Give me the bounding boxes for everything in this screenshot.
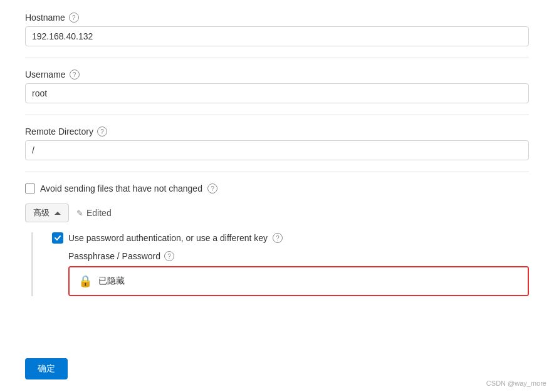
use-password-help-icon[interactable]: ?	[273, 233, 283, 243]
avoid-sending-checkbox[interactable]	[25, 183, 35, 193]
avoid-sending-row: Avoid sending files that have not change…	[25, 183, 529, 193]
avoid-sending-label: Avoid sending files that have not change…	[40, 183, 202, 193]
advanced-button[interactable]: 高级	[25, 204, 69, 222]
advanced-label: 高级	[33, 207, 50, 219]
avoid-sending-help-icon[interactable]: ?	[207, 183, 217, 193]
form-container: Hostname ? Username ? Remote Directory ?…	[0, 0, 554, 309]
edit-icon: ✎	[76, 209, 83, 218]
divider-2	[25, 115, 529, 115]
edited-text: Edited	[86, 208, 112, 218]
remote-dir-group: Remote Directory ?	[25, 126, 529, 160]
hostname-input[interactable]	[25, 26, 529, 46]
passphrase-help-icon[interactable]: ?	[164, 251, 174, 261]
confirm-button[interactable]: 确定	[25, 358, 68, 379]
hidden-text: 已隐藏	[98, 276, 125, 287]
password-field-wrapper: 🔒 已隐藏	[68, 266, 529, 296]
hostname-label: Hostname	[25, 13, 65, 23]
password-field-inner[interactable]: 🔒 已隐藏	[70, 267, 528, 295]
remote-dir-help-icon[interactable]: ?	[97, 126, 107, 137]
username-input[interactable]	[25, 83, 529, 103]
divider-3	[25, 172, 529, 172]
hostname-help-icon[interactable]: ?	[69, 13, 79, 23]
use-password-checkbox[interactable]	[52, 232, 63, 244]
sub-section: Use password authentication, or use a di…	[31, 232, 529, 296]
hostname-group: Hostname ?	[25, 13, 529, 46]
username-group: Username ?	[25, 70, 529, 103]
username-label-row: Username ?	[25, 70, 529, 80]
divider-1	[25, 58, 529, 58]
use-password-label: Use password authentication, or use a di…	[68, 233, 268, 243]
remote-dir-label: Remote Directory	[25, 126, 93, 137]
confirm-label: 确定	[38, 363, 55, 373]
remote-dir-input[interactable]	[25, 140, 529, 160]
chevron-up-icon	[55, 212, 61, 215]
passphrase-label-row: Passphrase / Password ?	[52, 251, 529, 261]
passphrase-label: Passphrase / Password	[68, 251, 160, 261]
username-help-icon[interactable]: ?	[70, 70, 80, 80]
advanced-row: 高级 ✎ Edited	[25, 204, 529, 222]
edited-indicator: ✎ Edited	[76, 208, 112, 218]
username-label: Username	[25, 70, 66, 80]
hostname-label-row: Hostname ?	[25, 13, 529, 23]
lock-icon: 🔒	[78, 274, 92, 288]
remote-dir-label-row: Remote Directory ?	[25, 126, 529, 137]
watermark: CSDN @way_more	[486, 379, 546, 387]
use-password-row: Use password authentication, or use a di…	[52, 232, 529, 244]
